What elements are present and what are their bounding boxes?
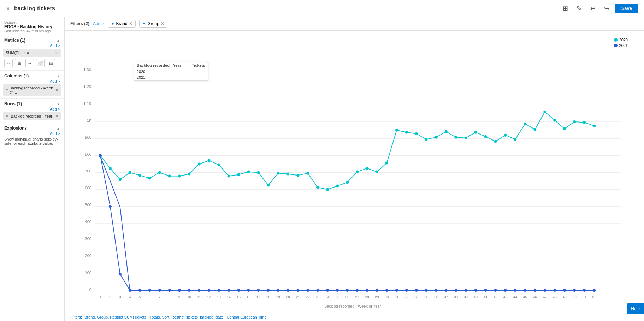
svg-point-99	[296, 174, 299, 177]
tooltip-year-2021: 2021	[137, 75, 154, 79]
svg-point-169	[484, 289, 487, 292]
undo-button[interactable]: ↩	[587, 3, 598, 14]
svg-point-86	[168, 174, 171, 177]
tooltip-col1: Backlog recorded - Year	[137, 63, 181, 67]
dataset-label: Dataset	[4, 20, 60, 24]
bottom-filter-timezone[interactable]: Central European Time	[226, 315, 266, 319]
bottom-filters: Filters: Brand, Group, Restrict SUM(Tick…	[65, 313, 644, 321]
rows-chevron[interactable]: ▲	[57, 102, 60, 106]
columns-pill-close[interactable]: ✕	[55, 88, 59, 93]
svg-point-111	[415, 132, 418, 135]
svg-text:45: 45	[523, 295, 527, 299]
columns-chevron[interactable]: ▲	[57, 74, 60, 78]
bottom-filter-totals[interactable]: Totals	[150, 315, 160, 319]
svg-point-82	[129, 171, 131, 174]
icon-btn-arrow[interactable]: →	[25, 59, 34, 67]
svg-point-92	[227, 174, 230, 177]
legend-dot-2020	[614, 38, 618, 42]
svg-point-162	[415, 289, 418, 292]
help-button[interactable]: Help	[627, 303, 644, 314]
rows-add-link[interactable]: Add >	[0, 107, 64, 111]
svg-point-134	[138, 289, 141, 292]
svg-text:37: 37	[444, 295, 448, 299]
svg-text:15: 15	[237, 295, 241, 299]
svg-point-143	[227, 289, 230, 292]
metrics-pill-close[interactable]: ✕	[55, 50, 59, 55]
svg-text:1.3K: 1.3K	[83, 67, 91, 72]
svg-text:9: 9	[178, 295, 181, 299]
tooltip-row-2020[interactable]: 2020	[134, 69, 208, 75]
grid-view-button[interactable]: ⊞	[560, 3, 571, 14]
bottom-filter-restrict2[interactable]: Restrict (tickets_backlog, date)	[171, 315, 224, 319]
metrics-chevron[interactable]: ▲	[57, 38, 60, 42]
svg-point-100	[306, 172, 309, 175]
metrics-header: Metrics (1) ▲	[0, 37, 64, 43]
svg-text:10: 10	[187, 295, 191, 299]
svg-point-105	[356, 171, 359, 173]
group-filter-close[interactable]: ✕	[161, 21, 164, 26]
svg-point-113	[435, 136, 438, 139]
svg-point-175	[543, 289, 546, 292]
svg-point-152	[316, 289, 319, 292]
edit-button[interactable]: ✎	[574, 3, 585, 14]
save-button[interactable]: Save	[615, 4, 638, 13]
page-title: backlog tickets	[14, 5, 55, 12]
svg-point-83	[138, 174, 141, 177]
icon-btn-chart[interactable]: 📈	[36, 59, 45, 67]
svg-point-96	[267, 184, 270, 186]
svg-text:38: 38	[454, 295, 458, 299]
tooltip-row-2021[interactable]: 2021	[134, 75, 208, 80]
x-axis-label: Backlog recorded - Week of Year	[324, 304, 381, 308]
tooltip-header: Backlog recorded - Year Tickets	[134, 62, 208, 69]
filter-add-link[interactable]: Add >	[93, 21, 104, 26]
svg-point-139	[188, 289, 191, 292]
svg-point-107	[376, 171, 378, 173]
svg-point-85	[158, 171, 161, 174]
svg-point-132	[119, 273, 122, 275]
svg-point-110	[405, 131, 408, 134]
svg-text:19: 19	[276, 295, 280, 299]
svg-text:27: 27	[355, 295, 359, 299]
svg-point-160	[395, 289, 398, 292]
rows-title: Rows (1)	[4, 101, 22, 106]
svg-text:5: 5	[139, 295, 141, 299]
explosions-add-link[interactable]: Add >	[0, 131, 64, 136]
icon-btn-bar[interactable]: ▦	[15, 59, 23, 67]
icon-btn-circle[interactable]: ○	[4, 59, 13, 67]
bottom-filter-restrict[interactable]: Restrict SUM(Tickets)	[110, 315, 148, 319]
svg-point-144	[237, 289, 240, 292]
svg-point-179	[583, 289, 586, 292]
chart-legend: 2020 2021	[614, 38, 628, 48]
svg-text:600: 600	[85, 186, 91, 190]
svg-text:300: 300	[85, 237, 91, 241]
svg-point-127	[573, 120, 576, 123]
svg-text:41: 41	[484, 295, 488, 299]
columns-add-link[interactable]: Add >	[0, 79, 64, 83]
tooltip-tickets-2020	[165, 70, 183, 74]
sidebar: Dataset EDOS - Backlog History Last upda…	[0, 17, 65, 321]
rows-pill-close[interactable]: ✕	[55, 114, 59, 119]
svg-point-140	[198, 289, 201, 292]
columns-pill-label: Backlog recorded - Week of ...	[9, 86, 54, 94]
svg-point-119	[494, 140, 497, 143]
bottom-filter-brand[interactable]: Brand	[84, 315, 95, 319]
svg-text:500: 500	[85, 203, 91, 207]
redo-button[interactable]: ↪	[601, 3, 612, 14]
bottom-filter-sort[interactable]: Sort	[162, 315, 169, 319]
metrics-title: Metrics (1)	[4, 38, 25, 43]
filters-label: Filters (2)	[70, 21, 89, 26]
group-filter-chip[interactable]: ▼ Group ✕	[139, 20, 167, 28]
svg-point-153	[326, 289, 329, 292]
svg-point-147	[267, 289, 270, 292]
brand-filter-chip[interactable]: ▼ Brand ✕	[108, 20, 136, 28]
svg-point-98	[286, 172, 289, 175]
svg-text:12: 12	[207, 295, 211, 299]
svg-point-138	[178, 289, 181, 292]
svg-text:30: 30	[385, 295, 389, 299]
explosions-chevron[interactable]: ▲	[57, 126, 60, 130]
metrics-add-link[interactable]: Add >	[0, 43, 64, 48]
svg-point-130	[99, 154, 102, 157]
icon-btn-table[interactable]: ▤	[47, 59, 55, 67]
brand-filter-close[interactable]: ✕	[129, 21, 132, 26]
bottom-filter-group[interactable]: Group	[97, 315, 108, 319]
